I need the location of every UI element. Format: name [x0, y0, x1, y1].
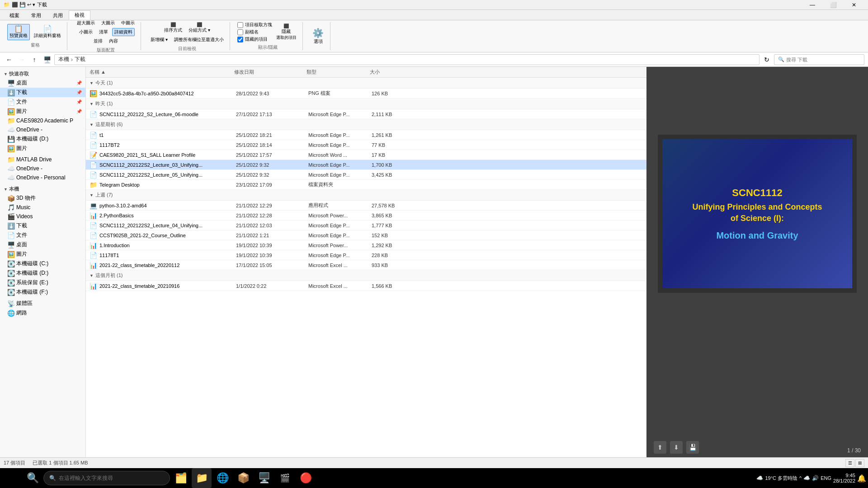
item-checkbox-label[interactable]: 項目核取方塊 — [237, 22, 272, 28]
table-row[interactable]: 📄 SCNC1112_202122S2_Lecture_05_Unifying.… — [86, 170, 646, 180]
hide-selected-button[interactable]: ⬛ 隱藏 選取的項目 — [274, 22, 299, 42]
options-button[interactable]: ⚙️ 選項 — [310, 26, 326, 46]
sidebar-item-onedrive2[interactable]: ☁️ OneDrive - — [0, 164, 85, 173]
search-box[interactable]: 🔍 — [774, 54, 864, 65]
table-row[interactable]: 🖼️ 34432cc5-2d8a-4b7c-a950-2b00a8407412 … — [86, 89, 646, 99]
extension-label[interactable]: 副檔名 — [237, 29, 272, 35]
sidebar-item-diskc[interactable]: 💽 本機磁碟 (C:) — [0, 259, 85, 268]
recent-paths-button[interactable]: 🖥️ — [42, 54, 52, 65]
table-row[interactable]: 💻 python-3.10.2-amd64 21/1/2022 12:29 應用… — [86, 201, 646, 211]
sidebar-item-onedrive-personal[interactable]: ☁️ OneDrive - Personal — [0, 173, 85, 182]
extra-large-icon-btn[interactable]: 超大圖示 — [75, 19, 97, 27]
sidebar-item-pictures[interactable]: 🖼️ 圖片 📌 — [0, 107, 85, 116]
sidebar-item-doc[interactable]: 📄 文件 — [0, 230, 85, 240]
sort-by-button[interactable]: ⬛ 排序方式 — [162, 21, 184, 35]
notification-icon[interactable]: 🔔 — [857, 474, 866, 483]
taskbar-search-input[interactable] — [59, 475, 158, 481]
tiled-btn[interactable]: 並排 — [91, 37, 105, 45]
sidebar-item-media[interactable]: 📡 媒體區 — [0, 299, 85, 308]
col-header-name[interactable]: 名稱 ▲ — [90, 69, 234, 75]
group-thismonth-toggle[interactable]: ▼ — [90, 273, 94, 278]
list-view-toggle[interactable]: ☰ — [845, 459, 854, 467]
content-btn[interactable]: 內容 — [107, 37, 120, 45]
refresh-button[interactable]: ↻ — [761, 54, 772, 65]
grid-view-toggle[interactable]: ⊞ — [855, 459, 864, 467]
sidebar-item-caes[interactable]: 📁 CAES9820 Academic P — [0, 116, 85, 125]
path-thispc[interactable]: 本機 — [58, 56, 69, 63]
file-explorer-taskbar[interactable]: 📁 — [192, 468, 212, 488]
group-thismonth[interactable]: ▼ 這個月初 (1) — [86, 270, 646, 281]
add-column-button[interactable]: 新增欄 ▾ — [148, 36, 170, 44]
fit-columns-button[interactable]: 調整所有欄位至最適大小 — [172, 36, 226, 44]
minimize-button[interactable]: — — [802, 0, 823, 10]
tab-file[interactable]: 檔案 — [4, 11, 25, 20]
large-icon-btn[interactable]: 大圖示 — [99, 19, 117, 27]
hidden-items-checkbox[interactable] — [237, 37, 243, 42]
search-taskbar-button[interactable]: 🔍 — [23, 468, 42, 488]
acrobat-taskbar[interactable]: 🔴 — [296, 468, 316, 488]
list-btn[interactable]: 清單 — [97, 28, 110, 36]
col-header-date[interactable]: 修改日期 — [234, 69, 307, 75]
table-row[interactable]: 📄 SCNC1112_202122_S2_Lecture_06-moodle 2… — [86, 109, 646, 119]
window-controls[interactable]: — ⬜ ✕ — [802, 0, 864, 10]
group-thisweek[interactable]: ▼ 這星期初 (6) — [86, 119, 646, 130]
up-button[interactable]: ↑ — [29, 54, 40, 65]
task-view-button[interactable]: 🗂️ — [171, 468, 191, 488]
tab-view[interactable]: 檢視 — [69, 10, 90, 20]
table-row[interactable]: 📊 2021-22_class_timetable_20210916 1/1/2… — [86, 281, 646, 291]
group-thisweek-toggle[interactable]: ▼ — [90, 122, 94, 127]
zoom-taskbar[interactable]: 🎬 — [275, 468, 295, 488]
sidebar-item-network[interactable]: 🌐 網路 — [0, 308, 85, 318]
close-button[interactable]: ✕ — [844, 0, 864, 10]
sidebar-item-pic[interactable]: 🖼️ 圖片 — [0, 249, 85, 259]
sidebar-item-documents[interactable]: 📄 文件 📌 — [0, 97, 85, 107]
table-row[interactable]: 📄 t1 25/1/2022 18:21 Microsoft Edge P...… — [86, 130, 646, 140]
quick-access-toggle[interactable]: ▼ — [4, 72, 8, 76]
preview-pane-button[interactable]: 📋 預覽資格 — [7, 24, 30, 40]
table-row[interactable]: 📄 SCNC1112_202122S2_Lecture_03_Unifying.… — [86, 160, 646, 170]
taskbar-clock[interactable]: 9:45 28/1/2022 — [833, 473, 855, 483]
col-header-size[interactable]: 大小 — [370, 69, 415, 75]
sidebar-item-desk[interactable]: 🖥️ 桌面 — [0, 240, 85, 249]
item-checkbox[interactable] — [237, 22, 243, 28]
sidebar-item-videos[interactable]: 🎬 Videos — [0, 212, 85, 221]
maximize-button[interactable]: ⬜ — [823, 0, 844, 10]
table-row[interactable]: 📄 1117BT2 25/1/2022 18:14 Microsoft Edge… — [86, 140, 646, 150]
preview-save-button[interactable]: 💾 — [686, 441, 699, 454]
table-row[interactable]: 📊 1.Introduction 19/1/2022 10:39 Microso… — [86, 240, 646, 250]
preview-next-button[interactable]: ⬇ — [670, 441, 683, 454]
sidebar-item-downloads[interactable]: ⬇️ 下載 📌 — [0, 88, 85, 97]
group-today[interactable]: ▼ 今天 (1) — [86, 78, 646, 89]
sidebar-item-music[interactable]: 🎵 Music — [0, 203, 85, 212]
group-lastweek[interactable]: ▼ 上週 (7) — [86, 190, 646, 201]
extension-checkbox[interactable] — [237, 29, 243, 35]
detail-btn[interactable]: 詳細資料 — [112, 28, 135, 36]
table-row[interactable]: 📊 2.PythonBasics 21/1/2022 12:28 Microso… — [86, 211, 646, 221]
table-row[interactable]: 📁 Telegram Desktop 23/1/2022 17:09 檔案資料夾 — [86, 180, 646, 190]
start-button[interactable]: ⊞ — [2, 468, 22, 488]
sidebar-item-matlab[interactable]: 📁 MATLAB Drive — [0, 155, 85, 164]
lang-indicator[interactable]: ENG — [821, 475, 831, 481]
edge-taskbar[interactable]: 🌐 — [212, 468, 232, 488]
group-today-toggle[interactable]: ▼ — [90, 81, 94, 85]
table-row[interactable]: 📊 2021-22_class_timetable_20220112 17/1/… — [86, 260, 646, 270]
tab-share[interactable]: 共用 — [47, 11, 69, 20]
sidebar-item-3d[interactable]: 📦 3D 物件 — [0, 193, 85, 203]
sidebar-item-diskd[interactable]: 💽 本機磁碟 (D:) — [0, 268, 85, 278]
sidebar-item-dl[interactable]: ⬇️ 下載 — [0, 221, 85, 230]
tab-home[interactable]: 常用 — [25, 11, 47, 20]
forward-button[interactable]: → — [16, 54, 27, 65]
table-row[interactable]: 📝 CAES9820_2021_S1_SALL Learner Profile … — [86, 150, 646, 160]
group-yesterday-toggle[interactable]: ▼ — [90, 102, 94, 106]
group-lastweek-toggle[interactable]: ▼ — [90, 193, 94, 197]
preview-prev-button[interactable]: ⬆ — [654, 441, 666, 454]
this-pc-toggle[interactable]: ▼ — [4, 187, 8, 192]
sidebar-item-desktop[interactable]: 🖥️ 桌面 📌 — [0, 78, 85, 88]
col-header-type[interactable]: 類型 — [307, 69, 370, 75]
address-path[interactable]: 本機 › 下載 — [54, 54, 760, 65]
sidebar-item-diskf[interactable]: 💽 本機磁碟 (F:) — [0, 287, 85, 297]
sidebar-item-onedrive1[interactable]: ☁️ OneDrive - — [0, 125, 85, 134]
sidebar-item-pictures2[interactable]: 🖼️ 圖片 — [0, 144, 85, 153]
hidden-items-label[interactable]: 隱藏的項目 — [237, 36, 272, 42]
small-icon-btn[interactable]: 小圖示 — [77, 28, 95, 36]
